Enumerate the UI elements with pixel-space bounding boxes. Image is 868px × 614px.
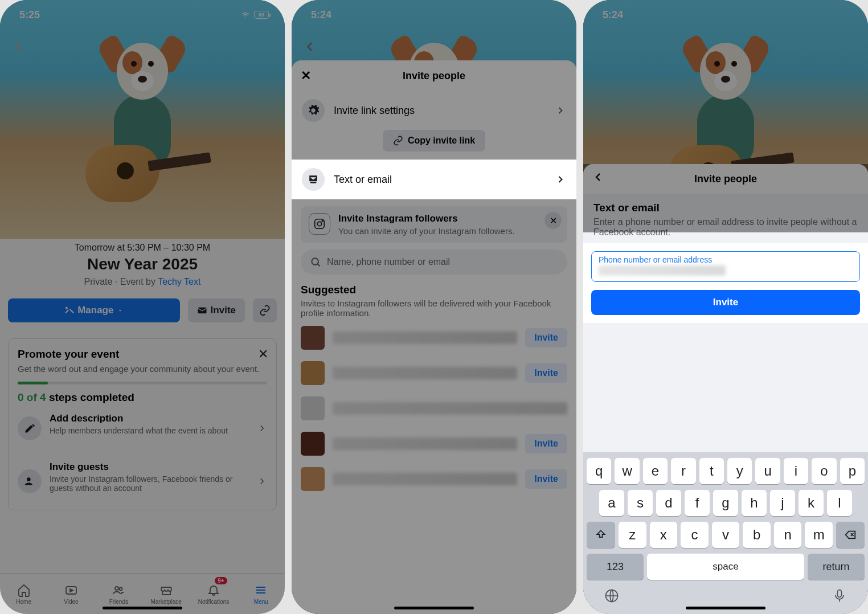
home-indicator[interactable]	[103, 607, 182, 609]
key-l[interactable]: l	[827, 490, 852, 516]
key-p[interactable]: p	[840, 458, 865, 484]
invite-people-sheet: ✕ Invite people Invite link settings Cop…	[292, 60, 576, 614]
chevron-right-icon	[555, 174, 566, 185]
key-o[interactable]: o	[812, 458, 836, 484]
key-m[interactable]: m	[805, 522, 833, 548]
key-d[interactable]: d	[656, 490, 681, 516]
key-i[interactable]: i	[784, 458, 808, 484]
phone-screen-event: 5:25 69 Tomorrow at 5:30 PM – 10:30 PM N…	[0, 0, 285, 614]
key-e[interactable]: e	[643, 458, 668, 484]
return-key[interactable]: return	[808, 554, 865, 580]
key-j[interactable]: j	[770, 490, 795, 516]
home-indicator[interactable]	[394, 607, 474, 609]
key-g[interactable]: g	[713, 490, 738, 516]
key-q[interactable]: q	[587, 458, 611, 484]
numbers-key[interactable]: 123	[587, 554, 644, 580]
redacted-input-value	[599, 265, 726, 276]
phone-email-input[interactable]: Phone number or email address	[591, 251, 860, 282]
svg-rect-10	[838, 590, 842, 597]
key-r[interactable]: r	[671, 458, 695, 484]
key-u[interactable]: u	[755, 458, 780, 484]
phone-screen-invite-people: 5:24 ✕ Invite people Invite link setting…	[292, 0, 576, 614]
key-c[interactable]: c	[681, 522, 709, 548]
mic-icon[interactable]	[832, 588, 847, 606]
phone-screen-text-email: 5:24 Invite people Text or email Enter a…	[583, 0, 868, 614]
ios-keyboard[interactable]: qwertyuiop asdfghjkl zxcvbnm 123 space r…	[583, 452, 868, 614]
key-k[interactable]: k	[799, 490, 824, 516]
key-b[interactable]: b	[743, 522, 771, 548]
shift-key[interactable]	[587, 522, 615, 548]
key-v[interactable]: v	[712, 522, 740, 548]
key-a[interactable]: a	[599, 490, 624, 516]
space-key[interactable]: space	[647, 554, 804, 580]
text-or-email-row[interactable]: Text or email	[292, 159, 576, 199]
key-y[interactable]: y	[727, 458, 752, 484]
key-t[interactable]: t	[699, 458, 724, 484]
key-z[interactable]: z	[619, 522, 646, 548]
key-s[interactable]: s	[628, 490, 653, 516]
key-f[interactable]: f	[685, 490, 710, 516]
inbox-icon	[302, 168, 325, 191]
key-n[interactable]: n	[774, 522, 802, 548]
globe-icon[interactable]	[604, 588, 620, 606]
key-h[interactable]: h	[742, 490, 767, 516]
key-x[interactable]: x	[650, 522, 678, 548]
home-indicator[interactable]	[686, 607, 765, 609]
key-w[interactable]: w	[615, 458, 639, 484]
backspace-key[interactable]	[836, 522, 865, 548]
invite-submit-button[interactable]: Invite	[591, 290, 860, 315]
